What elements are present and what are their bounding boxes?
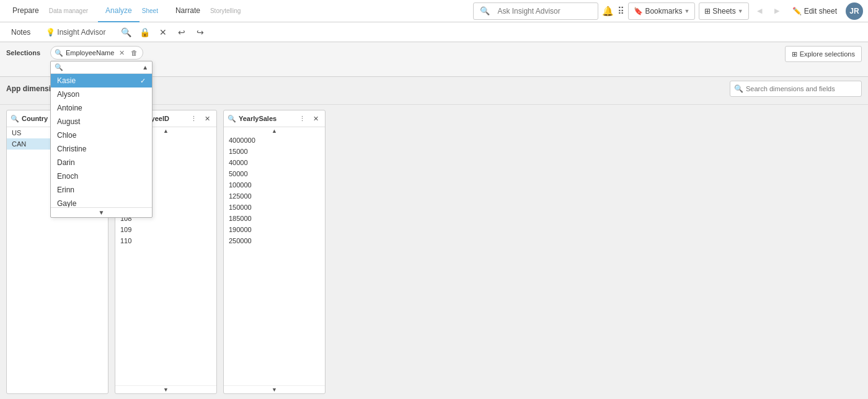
search-chip-icon: 🔍 [55, 49, 63, 57]
narrate-label: Narrate [175, 6, 200, 15]
yearly-sales-row-100000[interactable]: 100000 [224, 179, 325, 191]
search-dimensions-icon: 🔍 [734, 84, 743, 93]
yearly-sales-row-4000000[interactable]: 4000000 [224, 135, 325, 146]
yearly-sales-row-40000[interactable]: 40000 [224, 157, 325, 168]
yearly-sales-row-50000[interactable]: 50000 [224, 168, 325, 179]
employee-item-erinn[interactable]: Erinn [51, 183, 152, 197]
toolbar-right: 🔍 🔔 ⠿ 🔖 Bookmarks ▼ ⊞ Sheets ▼ ◀ ▶ [473, 2, 863, 20]
employee-item-august[interactable]: August [51, 115, 152, 128]
scroll-down-arrow-2[interactable]: ▼ [163, 387, 169, 393]
toolbar-left: Prepare Data manager Analyze Sheet Narra… [5, 0, 471, 22]
dropdown-search-row: 🔍 ▲ [51, 61, 152, 74]
notes-button[interactable]: Notes [5, 25, 37, 40]
back-button[interactable]: ↩ [173, 24, 190, 41]
yearly-sales-row-150000[interactable]: 150000 [224, 202, 325, 213]
lock-selections-button[interactable]: 🔒 [136, 24, 153, 41]
bookmark-icon: 🔖 [634, 7, 643, 16]
avatar[interactable]: JR [846, 2, 863, 20]
yearly-sales-scroll-up[interactable]: ▲ [224, 127, 325, 135]
analyze-sub: Sheet [142, 7, 158, 14]
employee-chip[interactable]: 🔍 EmployeeName ✕ 🗑 [50, 46, 143, 60]
lightbulb-icon: 💡 [46, 28, 55, 37]
analyze-tab[interactable]: Analyze [98, 0, 140, 22]
top-toolbar: Prepare Data manager Analyze Sheet Narra… [0, 0, 868, 22]
scroll-down-arrow[interactable]: ▼ [99, 209, 105, 216]
selections-panel: Selections 🔍 EmployeeName ✕ 🗑 🔍 ▲ [0, 42, 868, 77]
sheets-icon: ⊞ [704, 7, 711, 16]
yearly-sales-card-body: 4000000 15000 40000 50000 100000 125000 … [224, 135, 325, 385]
employee-item-kasie[interactable]: Kasie ✓ [51, 74, 152, 87]
nav-back-button[interactable]: ◀ [753, 4, 766, 18]
yearly-sales-row-125000[interactable]: 125000 [224, 191, 325, 202]
narrate-sub: Storytelling [210, 7, 241, 14]
insight-advisor-notes[interactable]: 💡 Insight Advisor [40, 25, 111, 40]
prepare-sub: Data manager [49, 7, 88, 14]
dropdown-search-input[interactable] [66, 64, 140, 71]
employee-id-card-clear-button[interactable]: ✕ [202, 113, 213, 124]
yearly-sales-scroll-down[interactable]: ▼ [224, 385, 325, 393]
notes-bar: Notes 💡 Insight Advisor 🔍 🔒 ✕ ↩ ↪ [0, 22, 868, 42]
check-icon: ✓ [140, 77, 146, 85]
explore-selections-button[interactable]: ⊞ Explore selections [785, 46, 862, 62]
employee-id-row-110[interactable]: 110 [115, 235, 216, 246]
employee-list: Kasie ✓ Alyson Antoine August Chloe Chri… [51, 74, 152, 207]
smart-search-button[interactable]: 🔍 [117, 24, 135, 41]
chip-clear-button[interactable]: ✕ [117, 48, 126, 58]
yearly-sales-card-header: 🔍 YearlySales ⋮ ✕ [224, 110, 325, 127]
bell-icon[interactable]: 🔔 [602, 6, 614, 17]
yearly-sales-card-title: YearlySales [239, 115, 294, 122]
explore-icon: ⊞ [792, 50, 797, 58]
employee-item-enoch[interactable]: Enoch [51, 169, 152, 183]
dropdown-scroll-up-arrow[interactable]: ▲ [142, 64, 148, 71]
employee-id-card-menu-button[interactable]: ⋮ [188, 113, 199, 124]
search-dimensions-input[interactable] [746, 82, 857, 96]
selections-row: Selections 🔍 EmployeeName ✕ 🗑 🔍 ▲ [6, 46, 780, 60]
employee-item-antoine[interactable]: Antoine [51, 101, 152, 115]
search-icon: 🔍 [480, 6, 490, 16]
chip-delete-button[interactable]: 🗑 [129, 48, 139, 58]
yearly-sales-card-menu-button[interactable]: ⋮ [296, 113, 308, 124]
scroll-down-arrow-3[interactable]: ▼ [272, 387, 277, 393]
dropdown-scroll-down[interactable]: ▼ [51, 207, 152, 217]
bookmarks-button[interactable]: 🔖 Bookmarks ▼ [628, 2, 695, 20]
yearly-sales-row-185000[interactable]: 185000 [224, 213, 325, 224]
nav-forward-button[interactable]: ▶ [770, 4, 784, 18]
prepare-tab[interactable]: Prepare [5, 0, 46, 22]
employee-item-alyson[interactable]: Alyson [51, 87, 152, 101]
dropdown-search-icon: 🔍 [55, 63, 63, 71]
selection-toolbar-buttons: 🔍 🔒 ✕ ↩ ↪ [117, 24, 209, 41]
country-search-icon: 🔍 [11, 115, 19, 123]
chevron-down-icon: ▼ [684, 8, 689, 14]
narrate-tab[interactable]: Narrate [168, 0, 208, 22]
employee-item-darin[interactable]: Darin [51, 156, 152, 169]
prepare-label: Prepare [12, 6, 39, 15]
yearly-sales-row-190000[interactable]: 190000 [224, 224, 325, 235]
clear-selections-button[interactable]: ✕ [154, 24, 172, 41]
app-layout: Prepare Data manager Analyze Sheet Narra… [0, 0, 868, 399]
yearly-sales-row-15000[interactable]: 15000 [224, 146, 325, 157]
employee-dropdown: 🔍 ▲ Kasie ✓ Alyson Antoine August Chloe [50, 61, 153, 218]
analyze-label: Analyze [105, 6, 132, 15]
search-dimensions-container: 🔍 [730, 81, 862, 97]
employee-name-selection: 🔍 EmployeeName ✕ 🗑 🔍 ▲ Kasie [50, 46, 143, 60]
employee-item-christine[interactable]: Christine [51, 142, 152, 156]
scroll-up-arrow-3[interactable]: ▲ [272, 128, 277, 134]
yearly-sales-card-clear-button[interactable]: ✕ [310, 113, 321, 124]
yearly-sales-card: 🔍 YearlySales ⋮ ✕ ▲ 4000000 15000 40000 … [223, 110, 326, 394]
scroll-up-arrow[interactable]: ▲ [163, 128, 169, 134]
pencil-icon: ✏️ [792, 7, 802, 16]
ask-insight-btn[interactable]: 🔍 [473, 2, 598, 20]
grid-icon[interactable]: ⠿ [618, 6, 624, 17]
employee-item-gayle[interactable]: Gayle [51, 197, 152, 207]
chevron-down-icon-2: ▼ [738, 8, 743, 14]
yearly-sales-search-icon: 🔍 [228, 115, 236, 123]
yearly-sales-row-250000[interactable]: 250000 [224, 235, 325, 246]
edit-sheet-button[interactable]: ✏️ Edit sheet [787, 2, 842, 20]
employee-item-chloe[interactable]: Chloe [51, 128, 152, 142]
employee-id-row-109[interactable]: 109 [115, 224, 216, 235]
ask-insight-input[interactable] [492, 2, 591, 20]
forward-button[interactable]: ↪ [192, 24, 209, 41]
selections-title: Selections [6, 49, 40, 56]
employee-id-scroll-down[interactable]: ▼ [115, 385, 216, 393]
sheets-button[interactable]: ⊞ Sheets ▼ [699, 2, 748, 20]
